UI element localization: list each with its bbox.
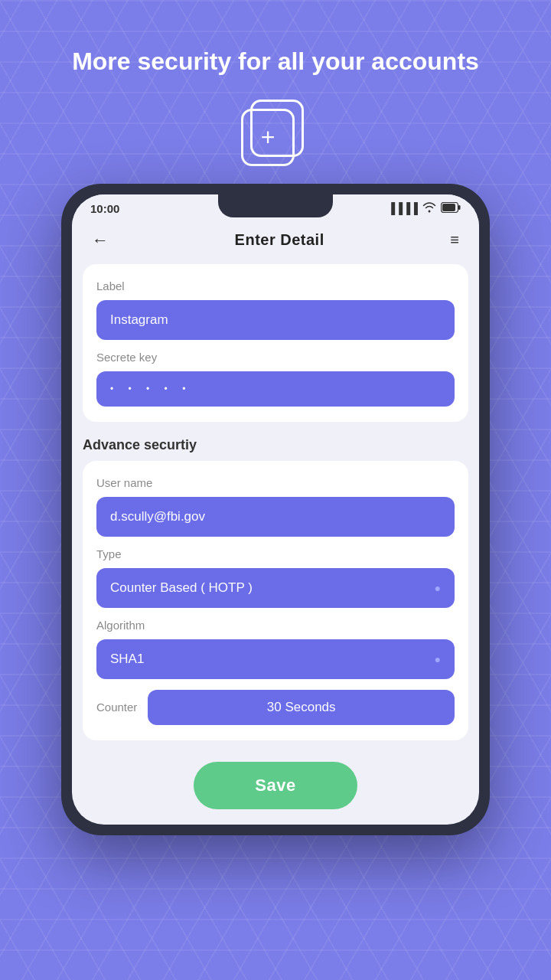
algorithm-field-label: Algorithm bbox=[96, 619, 455, 632]
username-input[interactable]: d.scully@fbi.gov bbox=[96, 497, 455, 537]
back-button[interactable]: ← bbox=[89, 227, 112, 253]
menu-button[interactable]: ≡ bbox=[447, 228, 462, 252]
notch bbox=[218, 194, 333, 217]
algorithm-dropdown-arrow: ● bbox=[435, 653, 441, 665]
type-dropdown-value: Counter Based ( HOTP ) bbox=[110, 580, 253, 596]
status-icons: ▐▐▐▐ bbox=[387, 202, 461, 215]
phone-mockup: 10:00 ▐▐▐▐ bbox=[61, 184, 490, 835]
status-bar: 10:00 ▐▐▐▐ bbox=[72, 194, 479, 220]
counter-row: Counter 30 Seconds bbox=[96, 690, 455, 725]
save-button-wrap: Save bbox=[72, 751, 479, 825]
username-field-label: User name bbox=[96, 476, 455, 489]
basic-form-section: Label Instagram Secrete key • • • • • bbox=[83, 264, 468, 422]
secret-key-field-label: Secrete key bbox=[96, 351, 455, 364]
nav-bar: ← Enter Detail ≡ bbox=[72, 220, 479, 264]
page-title: More security for all your accounts bbox=[41, 46, 510, 78]
label-input[interactable]: Instagram bbox=[96, 300, 455, 340]
label-field-label: Label bbox=[96, 279, 455, 292]
phone-outer: 10:00 ▐▐▐▐ bbox=[61, 184, 490, 835]
add-accounts-icon: + bbox=[241, 100, 310, 168]
page-content: More security for all your accounts + 10… bbox=[0, 0, 551, 980]
secret-key-input[interactable]: • • • • • bbox=[96, 371, 455, 407]
wifi-icon bbox=[422, 202, 436, 215]
signal-icon: ▐▐▐▐ bbox=[387, 202, 418, 214]
card-front-icon: + bbox=[241, 109, 295, 166]
battery-icon bbox=[441, 202, 461, 215]
algorithm-dropdown-value: SHA1 bbox=[110, 652, 144, 667]
advanced-section-heading: Advance securtiy bbox=[72, 433, 479, 461]
type-field-label: Type bbox=[96, 547, 455, 560]
svg-rect-2 bbox=[458, 205, 461, 210]
counter-input[interactable]: 30 Seconds bbox=[148, 690, 455, 725]
type-dropdown-arrow: ● bbox=[435, 582, 441, 594]
status-time: 10:00 bbox=[90, 202, 119, 215]
advanced-form-section: User name d.scully@fbi.gov Type Counter … bbox=[83, 461, 468, 740]
type-dropdown[interactable]: Counter Based ( HOTP ) ● bbox=[96, 568, 455, 608]
screen-title: Enter Detail bbox=[235, 231, 324, 249]
phone-inner: 10:00 ▐▐▐▐ bbox=[72, 194, 479, 825]
svg-rect-1 bbox=[442, 204, 455, 211]
plus-icon: + bbox=[261, 125, 276, 149]
screen-scroll: Label Instagram Secrete key • • • • • Ad… bbox=[72, 264, 479, 825]
counter-label: Counter bbox=[96, 701, 137, 714]
save-button[interactable]: Save bbox=[194, 762, 357, 809]
algorithm-dropdown[interactable]: SHA1 ● bbox=[96, 639, 455, 679]
